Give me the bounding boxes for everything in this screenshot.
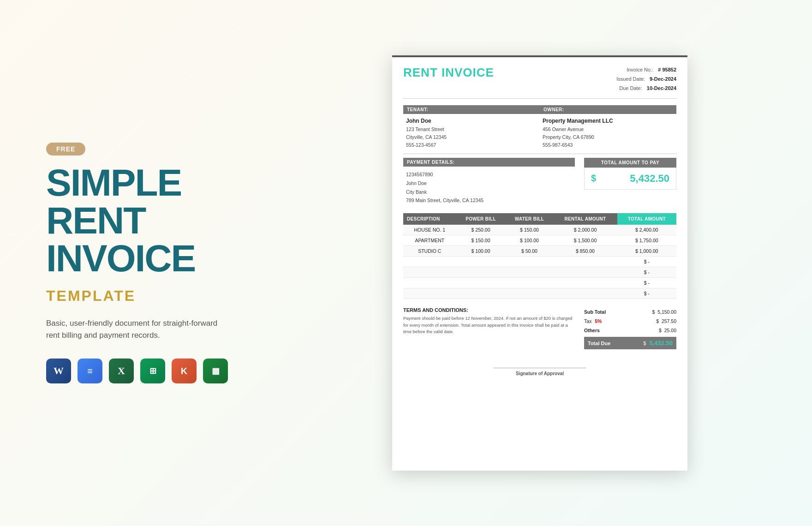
word-icon[interactable]: W bbox=[46, 359, 71, 383]
table-cell bbox=[403, 278, 456, 288]
owner-block: OWNER: Property Management LLC 456 Owner… bbox=[540, 105, 676, 149]
table-row: HOUSE NO. 1$ 250.00$ 150.00$ 2,000.00$ 2… bbox=[403, 225, 676, 235]
issued-date-row: Issued Date: 9-Dec-2024 bbox=[616, 75, 676, 84]
rental-amount-cell bbox=[553, 257, 617, 267]
table-row: $ - bbox=[403, 278, 676, 288]
invoice-no-value: # 95852 bbox=[658, 66, 676, 75]
docs-icon[interactable]: ≡ bbox=[78, 359, 102, 383]
water-bill-cell bbox=[506, 257, 554, 267]
excel-icon[interactable]: X bbox=[109, 359, 134, 383]
app-icons-row: W ≡ X ⊞ K ▦ bbox=[46, 359, 277, 383]
col-description: DESCRIPTION bbox=[403, 213, 456, 225]
table-cell bbox=[403, 257, 456, 267]
table-row: APARTMENT$ 150.00$ 100.00$ 1,500.00$ 1,7… bbox=[403, 235, 676, 246]
keynote-letter: K bbox=[181, 366, 187, 377]
left-title: SIMPLE RENT INVOICE bbox=[46, 164, 277, 277]
tax-values: $ 257.50 bbox=[656, 318, 676, 324]
subtotal-row: Sub Total $ 5,150.00 bbox=[584, 307, 676, 317]
total-due-value: 5,432.50 bbox=[649, 340, 673, 347]
numbers-symbol: ▦ bbox=[212, 366, 220, 376]
water-bill-cell bbox=[506, 278, 554, 288]
others-values: $ 25.00 bbox=[659, 328, 676, 333]
total-due-values: $ 5,432.50 bbox=[643, 340, 673, 347]
invoice-no-row: Invoice No.: # 95852 bbox=[616, 66, 676, 75]
others-row: Others $ 25.00 bbox=[584, 326, 676, 335]
title-line1: SIMPLE bbox=[46, 164, 277, 202]
left-subtitle: TEMPLATE bbox=[46, 287, 277, 305]
payment-name: John Doe bbox=[403, 179, 575, 188]
word-letter: W bbox=[54, 365, 64, 377]
rental-amount-cell: $ 850.00 bbox=[553, 246, 617, 257]
total-dollar: $ bbox=[591, 173, 596, 184]
excel-letter: X bbox=[118, 365, 125, 377]
tax-row: Tax 5% $ 257.50 bbox=[584, 317, 676, 326]
total-amount-cell: $ 1,000.00 bbox=[617, 246, 676, 257]
tenant-header: TENANT: bbox=[403, 105, 540, 114]
free-badge: FREE bbox=[46, 143, 85, 155]
owner-name: Property Management LLC bbox=[540, 118, 676, 124]
due-date-label: Due Date: bbox=[619, 84, 642, 93]
rental-amount-cell bbox=[553, 278, 617, 288]
right-panel: RENT INVOICE Invoice No.: # 95852 Issued… bbox=[295, 55, 784, 471]
others-dollar: $ bbox=[659, 328, 662, 333]
rental-amount-cell: $ 2,000.00 bbox=[553, 225, 617, 235]
power-bill-cell: $ 100.00 bbox=[456, 246, 506, 257]
table-cell: STUDIO C bbox=[403, 246, 456, 257]
page-wrapper: FREE SIMPLE RENT INVOICE TEMPLATE Basic,… bbox=[0, 0, 812, 526]
invoice-no-label: Invoice No.: bbox=[627, 66, 653, 75]
power-bill-cell: $ 150.00 bbox=[456, 235, 506, 246]
total-amount-block: TOTAL AMOUNT TO PAY $ 5,432.50 bbox=[584, 158, 676, 205]
power-bill-cell bbox=[456, 278, 506, 288]
tax-dollar: $ bbox=[656, 318, 659, 324]
rental-amount-cell: $ 1,500.00 bbox=[553, 235, 617, 246]
keynote-icon[interactable]: K bbox=[172, 359, 197, 383]
tenant-city: Cityville, CA 12345 bbox=[403, 133, 540, 141]
col-water-bill: WATER BILL bbox=[506, 213, 554, 225]
table-cell bbox=[403, 288, 456, 299]
water-bill-cell: $ 50.00 bbox=[506, 246, 554, 257]
owner-phone: 555-987-6543 bbox=[540, 141, 676, 149]
owner-header: OWNER: bbox=[540, 105, 676, 114]
power-bill-cell bbox=[456, 288, 506, 299]
water-bill-cell bbox=[506, 288, 554, 299]
sheets-symbol: ⊞ bbox=[149, 366, 156, 376]
total-amount-cell: $ - bbox=[617, 278, 676, 288]
total-amount-cell: $ 2,400.00 bbox=[617, 225, 676, 235]
issued-date-value: 9-Dec-2024 bbox=[650, 75, 676, 84]
terms-title: TERMS AND CONDITIONS: bbox=[403, 307, 575, 313]
numbers-icon[interactable]: ▦ bbox=[203, 359, 228, 383]
payment-account: 1234567890 bbox=[403, 170, 575, 179]
payment-address: 789 Main Street, Cityville, CA 12345 bbox=[403, 196, 575, 205]
tenant-name: John Doe bbox=[403, 118, 540, 124]
table-row: $ - bbox=[403, 267, 676, 278]
invoice-header: RENT INVOICE Invoice No.: # 95852 Issued… bbox=[392, 57, 687, 98]
left-description: Basic, user-friendly document for straig… bbox=[46, 317, 221, 341]
sheets-icon[interactable]: ⊞ bbox=[140, 359, 165, 383]
terms-block: TERMS AND CONDITIONS: Payment should be … bbox=[403, 307, 575, 349]
invoice-meta: Invoice No.: # 95852 Issued Date: 9-Dec-… bbox=[616, 66, 676, 93]
owner-city: Property City, CA 67890 bbox=[540, 133, 676, 141]
left-panel: FREE SIMPLE RENT INVOICE TEMPLATE Basic,… bbox=[28, 133, 295, 393]
owner-street: 456 Owner Avenue bbox=[540, 126, 676, 133]
subtotal-label: Sub Total bbox=[584, 309, 606, 315]
col-total-amount: TOTAL AMOUNT bbox=[617, 213, 676, 225]
docs-symbol: ≡ bbox=[87, 366, 93, 377]
tenant-street: 123 Tenant Street bbox=[403, 126, 540, 133]
signature-label: Signature of Approval bbox=[403, 371, 676, 376]
table-cell: APARTMENT bbox=[403, 235, 456, 246]
tax-label: Tax 5% bbox=[584, 318, 603, 324]
total-due-dollar: $ bbox=[643, 341, 646, 346]
rental-amount-cell bbox=[553, 267, 617, 278]
signature-section: Signature of Approval bbox=[392, 354, 687, 385]
payment-bank: City Bank bbox=[403, 188, 575, 197]
total-amount: 5,432.50 bbox=[630, 173, 669, 185]
table-row: $ - bbox=[403, 288, 676, 299]
title-line2: RENT bbox=[46, 202, 277, 239]
col-rental-amount: RENTAL AMOUNT bbox=[553, 213, 617, 225]
total-amount-cell: $ - bbox=[617, 267, 676, 278]
table-cell bbox=[403, 267, 456, 278]
water-bill-cell: $ 100.00 bbox=[506, 235, 554, 246]
due-date-row: Due Date: 10-Dec-2024 bbox=[616, 84, 676, 93]
subtotal-values: $ 5,150.00 bbox=[652, 309, 676, 315]
signature-line bbox=[494, 368, 586, 368]
